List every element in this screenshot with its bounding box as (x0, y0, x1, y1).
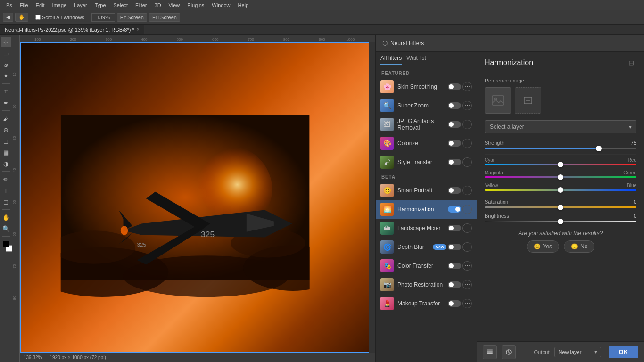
brightness-slider-track[interactable] (485, 221, 636, 222)
tab-wait-list[interactable]: Wait list (406, 55, 426, 65)
magic-wand-tool[interactable]: ✦ (1, 71, 11, 81)
move-tool[interactable]: ⊹ (1, 37, 11, 47)
filter-item-color-transfer[interactable]: 🎭 Color Transfer ⋯ (376, 256, 477, 275)
filter-item-photo-restoration[interactable]: 📷 Photo Restoration ⋯ (376, 275, 477, 294)
zoom-input[interactable] (91, 13, 115, 22)
shape-tool[interactable]: ◻ (1, 197, 11, 207)
doc-tab[interactable]: Neural-Filters-Ps-2022.psd @ 139% (Layer… (0, 25, 145, 34)
yellow-blue-slider-track[interactable] (485, 189, 636, 191)
menu-ps[interactable]: Ps (3, 1, 16, 9)
dodge-tool[interactable]: ◑ (1, 158, 11, 169)
lasso-tool[interactable]: ⌀ (1, 59, 11, 70)
reference-image-placeholder[interactable] (485, 87, 511, 114)
toggle-color-transfer[interactable] (448, 263, 461, 269)
saturation-slider-thumb[interactable] (558, 205, 563, 210)
toggle-colorize[interactable] (448, 140, 461, 147)
filter-item-harmonization[interactable]: 🌅 Harmonization ⋯ (376, 200, 477, 219)
toggle-style-transfer[interactable] (448, 159, 461, 165)
menu-image[interactable]: Image (49, 1, 70, 9)
toggle-skin-smoothing[interactable] (448, 83, 461, 90)
filter-item-super-zoom[interactable]: 🔍 Super Zoom ⋯ (376, 96, 477, 115)
more-super-zoom[interactable]: ⋯ (462, 101, 472, 110)
selection-tool[interactable]: ▭ (1, 48, 11, 58)
fill-screen-button[interactable]: Fill Screen (149, 13, 180, 22)
scroll-all-windows-label[interactable]: Scroll All Windows (35, 15, 84, 20)
menu-type[interactable]: Type (91, 1, 109, 9)
footer-output-select-wrapper[interactable]: New layer Smart Object Current layer (554, 347, 601, 357)
toggle-harmonization[interactable] (448, 206, 461, 213)
filter-item-colorize[interactable]: 🎨 Colorize ⋯ (376, 134, 477, 153)
back-button[interactable]: ◀ (3, 13, 13, 22)
eraser-tool[interactable]: ◻ (1, 136, 11, 146)
more-jpeg-removal[interactable]: ⋯ (462, 120, 472, 129)
menu-file[interactable]: File (17, 1, 32, 9)
menu-select[interactable]: Select (110, 1, 132, 9)
strength-slider-track[interactable] (485, 148, 636, 149)
canvas-viewport[interactable]: 325 325 (20, 42, 375, 353)
scroll-all-windows-checkbox[interactable] (35, 15, 41, 20)
menu-3d[interactable]: 3D (151, 1, 165, 9)
more-skin-smoothing[interactable]: ⋯ (462, 82, 472, 91)
filter-item-smart-portrait[interactable]: 😊 Smart Portrait ⋯ (376, 181, 477, 200)
more-depth-blur[interactable]: ⋯ (462, 242, 472, 252)
menu-edit[interactable]: Edit (33, 1, 48, 9)
more-makeup-transfer[interactable]: ⋯ (462, 299, 472, 308)
footer-adjustment-icon-button[interactable] (502, 345, 516, 359)
satisfaction-no-button[interactable]: 😞 No (564, 240, 594, 253)
stamp-tool[interactable]: ⊕ (1, 124, 11, 135)
settings-collapse-button[interactable]: ⊟ (626, 58, 636, 68)
pen-tool[interactable]: ✏ (1, 174, 11, 184)
menu-window[interactable]: Window (208, 1, 233, 9)
strength-slider-thumb[interactable] (596, 146, 602, 151)
toggle-jpeg-removal[interactable] (448, 121, 461, 128)
foreground-color[interactable] (3, 241, 9, 247)
eyedropper-tool[interactable]: ✒ (1, 98, 11, 108)
more-style-transfer[interactable]: ⋯ (462, 157, 472, 167)
toggle-depth-blur[interactable] (448, 244, 461, 250)
settings-body[interactable]: Reference image (477, 72, 644, 341)
magenta-green-slider-track[interactable] (485, 176, 636, 178)
hand-tool-strip[interactable]: ✋ (1, 212, 11, 222)
hand-tool[interactable]: ✋ (15, 13, 28, 22)
filter-item-jpeg-removal[interactable]: 🖼 JPEG Artifacts Removal ⋯ (376, 115, 477, 134)
toggle-super-zoom[interactable] (448, 102, 461, 109)
menu-view[interactable]: View (165, 1, 183, 9)
satisfaction-yes-button[interactable]: 😊 Yes (527, 240, 560, 253)
menu-filter[interactable]: Filter (132, 1, 150, 9)
brush-tool[interactable]: 🖌 (1, 113, 11, 123)
filter-item-style-transfer[interactable]: 🖌 Style Transfer ⋯ (376, 153, 477, 172)
brightness-slider-thumb[interactable] (558, 219, 563, 224)
more-harmonization[interactable]: ⋯ (462, 205, 472, 214)
canvas-area[interactable]: 100 200 300 400 500 600 700 800 900 1000… (12, 35, 375, 362)
more-smart-portrait[interactable]: ⋯ (462, 186, 472, 195)
ok-button[interactable]: OK (609, 346, 639, 358)
filter-item-depth-blur[interactable]: 🌀 Depth Blur New ⋯ (376, 238, 477, 256)
toggle-smart-portrait[interactable] (448, 187, 461, 194)
crop-tool[interactable]: ⌗ (1, 86, 11, 97)
tab-all-filters[interactable]: All filters (380, 55, 402, 65)
layer-select-wrapper[interactable]: Select a layer (485, 120, 636, 133)
saturation-slider-track[interactable] (485, 206, 636, 208)
doc-tab-close[interactable]: × (137, 27, 140, 32)
footer-output-select[interactable]: New layer Smart Object Current layer (554, 347, 601, 357)
zoom-tool[interactable]: 🔍 (1, 223, 11, 234)
more-colorize[interactable]: ⋯ (462, 139, 472, 148)
menu-plugins[interactable]: Plugins (184, 1, 207, 9)
filter-item-skin-smoothing[interactable]: 🌸 Skin Smoothing ⋯ (376, 77, 477, 96)
cyan-red-slider-track[interactable] (485, 164, 636, 165)
gradient-tool[interactable]: ▦ (1, 147, 11, 157)
cyan-red-slider-thumb[interactable] (558, 162, 563, 167)
menu-layer[interactable]: Layer (71, 1, 91, 9)
text-tool[interactable]: T (1, 185, 11, 196)
toggle-landscape-mixer[interactable] (448, 225, 461, 231)
more-photo-restoration[interactable]: ⋯ (462, 280, 472, 289)
toggle-photo-restoration[interactable] (448, 281, 461, 288)
filter-item-makeup-transfer[interactable]: 💄 Makeup Transfer ⋯ (376, 294, 477, 313)
menu-help[interactable]: Help (234, 1, 252, 9)
filter-scroll[interactable]: FEATURED 🌸 Skin Smoothing ⋯ 🔍 Super Zo (376, 65, 477, 362)
yellow-blue-slider-thumb[interactable] (558, 187, 563, 193)
fit-screen-button[interactable]: Fit Screen (117, 13, 147, 22)
magenta-green-slider-thumb[interactable] (558, 174, 563, 180)
footer-layer-icon-button[interactable] (483, 345, 497, 359)
canvas-scrollbar[interactable] (369, 42, 375, 353)
